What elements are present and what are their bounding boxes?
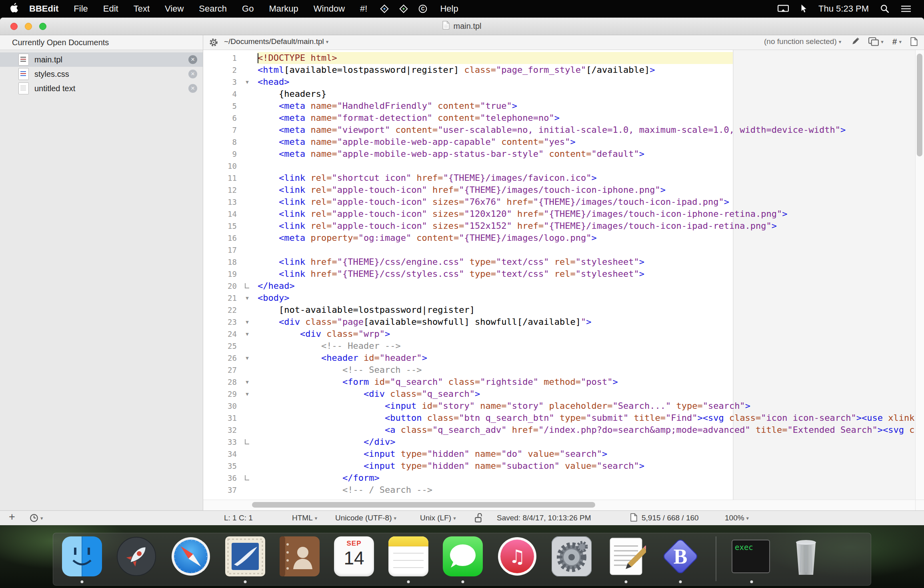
code-line[interactable]: 7 <meta name="viewport" content="user-sc… — [203, 124, 915, 136]
code-line[interactable]: 17 — [203, 244, 915, 256]
vertical-scrollbar[interactable] — [915, 50, 924, 500]
menu-item[interactable]: BBEdit — [22, 0, 66, 18]
code-line[interactable]: 3▾<head> — [203, 76, 915, 88]
menu-help[interactable]: Help — [432, 0, 466, 18]
fold-toggle-icon[interactable]: ▾ — [237, 352, 258, 364]
dock-safari-icon[interactable] — [171, 536, 211, 576]
pointer-icon[interactable] — [795, 0, 813, 18]
code-line[interactable]: 13 <link rel="apple-touch-icon" sizes="7… — [203, 196, 915, 208]
recent-documents-button[interactable]: ▾ — [30, 514, 43, 522]
code-line[interactable]: 2<html[available=lostpassword|register] … — [203, 64, 915, 76]
code-line[interactable]: 18 <link href="{THEME}/css/engine.css" t… — [203, 256, 915, 268]
menu-item[interactable]: Go — [234, 0, 261, 18]
apple-menu[interactable] — [10, 3, 18, 15]
code-line[interactable]: 16 <meta property="og:image" content="{T… — [203, 232, 915, 244]
dock-messages-icon[interactable] — [443, 536, 483, 576]
horizontal-scrollbar[interactable] — [203, 500, 915, 510]
sidebar-item[interactable]: main.tpl× — [0, 52, 203, 67]
code-line[interactable]: 36 </form> — [203, 472, 915, 484]
script-diamond-icon-1[interactable] — [375, 0, 394, 18]
menu-item[interactable]: File — [66, 0, 95, 18]
code-line[interactable]: 33 </div> — [203, 436, 915, 448]
menu-item[interactable]: Window — [306, 0, 352, 18]
menu-clock[interactable]: Thu 5:23 PM — [813, 4, 874, 14]
fold-toggle-icon[interactable]: ▾ — [237, 376, 258, 388]
code-line[interactable]: 8 <meta name="apple-mobile-web-app-capab… — [203, 136, 915, 148]
menu-item[interactable]: Text — [126, 0, 157, 18]
code-line[interactable]: 27 <!-- Search --> — [203, 364, 915, 376]
sidebar-item[interactable]: untitled text× — [0, 81, 203, 96]
markers-menu-button[interactable]: #▾ — [892, 37, 902, 46]
dock-itunes-icon[interactable]: ♫ — [497, 536, 537, 576]
code-line[interactable]: 5 <meta name="HandheldFriendly" content=… — [203, 100, 915, 112]
menu-item[interactable]: View — [157, 0, 191, 18]
dock-notes-icon[interactable] — [388, 536, 428, 576]
dock-finder-icon[interactable] — [62, 536, 102, 576]
menu-item[interactable]: Markup — [261, 0, 306, 18]
close-icon[interactable]: × — [188, 70, 197, 78]
code-line[interactable]: 23▾ <div class="page[available=showfull]… — [203, 316, 915, 328]
edit-pencil-button[interactable] — [850, 37, 860, 46]
code-line[interactable]: 35 <input type="hidden" name="subaction"… — [203, 460, 915, 472]
code-line[interactable]: 20</head> — [203, 280, 915, 292]
document-proxy-icon[interactable] — [442, 21, 450, 32]
fold-toggle-icon[interactable]: ▾ — [237, 292, 258, 304]
code-line[interactable]: 34 <input type="hidden" name="do" value=… — [203, 448, 915, 460]
code-line[interactable]: 32 <a class="q_search_adv" href="/index.… — [203, 424, 915, 436]
function-selector[interactable]: (no function selected)▾ — [764, 37, 841, 46]
new-document-button[interactable] — [910, 37, 918, 46]
language-popup[interactable]: HTML▾ — [292, 514, 317, 522]
dock-launchpad-icon[interactable] — [116, 536, 156, 576]
code-line[interactable]: 14 <link rel="apple-touch-icon" sizes="1… — [203, 208, 915, 220]
dock-system-preferences-icon[interactable] — [552, 536, 592, 576]
menu-item[interactable]: #! — [352, 0, 375, 18]
notification-center-icon[interactable] — [895, 0, 917, 18]
dock-bbedit-icon[interactable]: B — [660, 536, 700, 576]
code-line[interactable]: 12 <link rel="apple-touch-icon" href="{T… — [203, 184, 915, 196]
fold-toggle-icon[interactable]: ▾ — [237, 388, 258, 400]
title-bar[interactable]: main.tpl — [0, 18, 924, 35]
fold-toggle-icon[interactable]: ▾ — [237, 76, 258, 88]
zoom-popup[interactable]: 100%▾ — [725, 514, 749, 522]
fold-toggle-icon[interactable]: ▾ — [237, 328, 258, 340]
spotlight-icon[interactable] — [874, 0, 895, 18]
code-line[interactable]: 25 <!-- Header --> — [203, 340, 915, 352]
code-line[interactable]: 22 [not-available=lostpassword|register] — [203, 304, 915, 316]
file-path-menu[interactable]: ~/Documents/Default/main.tpl▾ — [224, 37, 328, 46]
code-line[interactable]: 15 <link rel="apple-touch-icon" sizes="1… — [203, 220, 915, 232]
code-line[interactable]: 4 {headers} — [203, 88, 915, 100]
code-line[interactable]: 6 <meta name="format-detection" content=… — [203, 112, 915, 124]
dock-terminal-window-icon[interactable]: exec — [732, 536, 772, 576]
code-line[interactable]: 11 <link rel="shortcut icon" href="{THEM… — [203, 172, 915, 184]
code-line[interactable]: 26▾ <header id="header"> — [203, 352, 915, 364]
close-icon[interactable]: × — [188, 55, 197, 64]
code-line[interactable]: 31 <button class="btn q_search_btn" type… — [203, 412, 915, 424]
code-line[interactable]: 9 <meta name="apple-mobile-web-app-statu… — [203, 148, 915, 160]
line-ending-popup[interactable]: Unix (LF)▾ — [420, 514, 456, 522]
horizontal-scrollbar-thumb[interactable] — [252, 502, 595, 508]
unlock-icon[interactable] — [474, 513, 482, 523]
code-line[interactable]: 1<!DOCTYPE html> — [203, 52, 915, 64]
dock-mail-icon[interactable] — [225, 536, 265, 576]
vertical-scrollbar-thumb[interactable] — [917, 54, 922, 156]
menu-item[interactable]: Edit — [96, 0, 126, 18]
display-icon[interactable] — [772, 0, 795, 18]
encoding-popup[interactable]: Unicode (UTF-8)▾ — [335, 514, 396, 522]
code-line[interactable]: 37 <!-- / Search --> — [203, 484, 915, 496]
fold-toggle-icon[interactable]: ▾ — [237, 316, 258, 328]
dock-contacts-icon[interactable] — [280, 536, 320, 576]
dock-calendar-icon[interactable]: SEP14 — [334, 536, 374, 576]
code-line[interactable]: 24▾ <div class="wrp"> — [203, 328, 915, 340]
dock-textedit-icon[interactable] — [606, 536, 646, 576]
code-line[interactable]: 29▾ <div class="q_search"> — [203, 388, 915, 400]
add-document-button[interactable]: + — [9, 511, 15, 523]
code-line[interactable]: 28▾ <form id="q_search" class="rightside… — [203, 376, 915, 388]
sidebar-item[interactable]: styles.css× — [0, 67, 203, 81]
code-line[interactable]: 10 — [203, 160, 915, 172]
close-icon[interactable]: × — [188, 84, 197, 93]
code-editor[interactable]: 1<!DOCTYPE html>2<html[available=lostpas… — [203, 50, 924, 510]
code-line[interactable]: 19 <link href="{THEME}/css/styles.css" t… — [203, 268, 915, 280]
display-options-button[interactable]: ▾ — [868, 37, 884, 46]
script-diamond-icon-2[interactable] — [394, 0, 413, 18]
c-circle-icon[interactable]: C — [413, 0, 432, 18]
